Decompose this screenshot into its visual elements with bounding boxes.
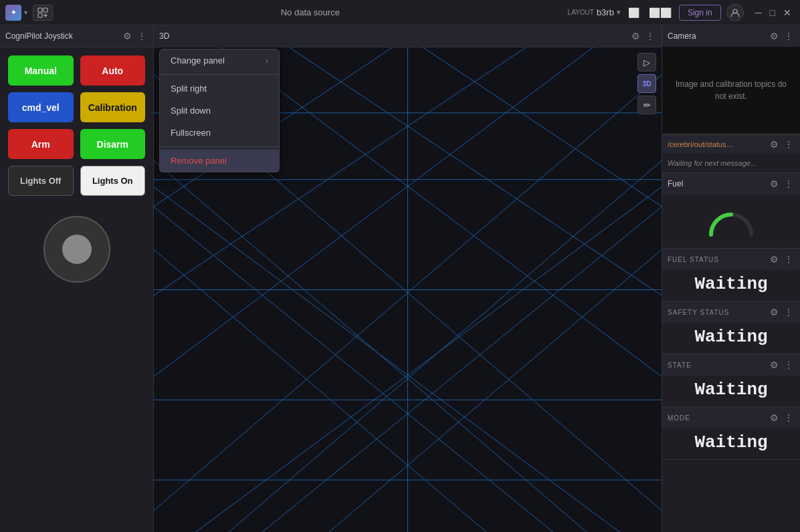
state-value: Waiting: [694, 380, 767, 400]
fuel-menu-button[interactable]: ⋮: [783, 177, 795, 190]
fuel-header: Fuel ⚙ ⋮: [662, 173, 800, 194]
fuel-settings-button[interactable]: ⚙: [769, 177, 780, 190]
camera-area: Image and calibration topics do not exis…: [662, 47, 800, 134]
fuel-section: Fuel ⚙ ⋮: [662, 173, 800, 249]
mode-value-area: Waiting: [662, 428, 800, 459]
fuel-status-value: Waiting: [694, 274, 767, 294]
cmd-calibration-row: cmd_vel Calibration: [8, 92, 145, 122]
no-data-source-label: No data source: [281, 7, 340, 17]
center-panel-header: 3D ⚙ ⋮: [154, 25, 662, 47]
calibration-button[interactable]: Calibration: [80, 92, 146, 122]
status-message-area: Waiting for next message...: [662, 154, 800, 172]
left-panel-settings-button[interactable]: ⚙: [122, 29, 133, 43]
fuel-status-settings-button[interactable]: ⚙: [769, 253, 780, 266]
right-panel: Camera ⚙ ⋮ Image and calibration topics …: [662, 25, 800, 532]
svg-line-12: [288, 47, 662, 380]
maximize-button[interactable]: □: [767, 6, 779, 19]
split-right-item[interactable]: Split right: [160, 78, 279, 100]
left-panel-content: Manual Auto cmd_vel Calibration Arm Disa…: [0, 47, 153, 304]
center-panel-settings-button[interactable]: ⚙: [630, 29, 641, 43]
close-button[interactable]: ✕: [780, 6, 795, 19]
safety-settings-button[interactable]: ⚙: [769, 305, 780, 319]
mode-menu-button[interactable]: ⋮: [783, 411, 795, 424]
status-topic-section: /cerebri/out/status.... ⚙ ⋮ Waiting for …: [662, 134, 800, 173]
fuel-status-label: Fuel Status: [668, 256, 766, 263]
user-icon-button[interactable]: [726, 4, 744, 21]
mode-settings-button[interactable]: ⚙: [769, 411, 780, 424]
state-label: STATE: [668, 362, 766, 369]
svg-line-23: [328, 80, 662, 532]
select-tool-button[interactable]: ▷: [637, 53, 656, 72]
status-topic-menu-button[interactable]: ⋮: [783, 138, 795, 151]
svg-line-11: [154, 180, 555, 532]
camera-menu-button[interactable]: ⋮: [783, 29, 795, 43]
fullscreen-item[interactable]: Fullscreen: [160, 122, 279, 144]
state-menu-button[interactable]: ⋮: [783, 358, 795, 372]
arm-button[interactable]: Arm: [8, 129, 74, 159]
joystick[interactable]: [43, 216, 110, 283]
camera-header: Camera ⚙ ⋮: [662, 25, 800, 47]
minimize-button[interactable]: ─: [752, 6, 765, 19]
layout-split-view-button[interactable]: ⬜⬜: [647, 5, 674, 20]
camera-title: Camera: [668, 31, 766, 41]
svg-line-18: [194, 113, 662, 532]
fuel-status-section: Fuel Status ⚙ ⋮ Waiting: [662, 249, 800, 301]
3d-view-button[interactable]: 3D: [637, 74, 656, 93]
auto-button[interactable]: Auto: [80, 55, 146, 86]
arm-disarm-row: Arm Disarm: [8, 129, 145, 159]
camera-settings-button[interactable]: ⚙: [769, 29, 780, 43]
remove-panel-item[interactable]: Remove panel: [160, 150, 279, 172]
svg-rect-1: [43, 8, 47, 12]
mode-label: MODE: [668, 414, 766, 422]
fuel-gauge-svg: [704, 205, 758, 238]
joystick-thumb: [62, 235, 92, 264]
split-down-item[interactable]: Split down: [160, 100, 279, 122]
left-panel-header: CogniPilot Joystick ⚙ ⋮: [0, 25, 153, 47]
svg-rect-0: [38, 8, 42, 12]
lights-row: Lights Off Lights On: [8, 166, 145, 196]
status-topic-settings-button[interactable]: ⚙: [769, 138, 780, 151]
fuel-status-menu-button[interactable]: ⋮: [783, 253, 795, 266]
mode-button-row: Manual Auto: [8, 55, 145, 86]
layout-section: LAYOUT b3rb ▾: [568, 7, 621, 17]
svg-line-19: [261, 180, 662, 532]
state-settings-button[interactable]: ⚙: [769, 358, 780, 372]
main-layout: CogniPilot Joystick ⚙ ⋮ Manual Auto cmd_…: [0, 25, 800, 532]
safety-menu-button[interactable]: ⋮: [783, 305, 795, 319]
safety-status-label: SAFETY STATUS: [668, 309, 766, 316]
fuel-title: Fuel: [668, 179, 766, 188]
mode-value: Waiting: [694, 432, 767, 452]
state-section: STATE ⚙ ⋮ Waiting: [662, 354, 800, 407]
disarm-button[interactable]: Disarm: [80, 129, 146, 159]
center-panel-title: 3D: [159, 31, 627, 41]
logo-icon: ✦: [5, 5, 21, 21]
sign-in-button[interactable]: Sign in: [679, 5, 721, 21]
layout-single-view-button[interactable]: ⬜: [626, 5, 641, 20]
center-panel-menu-button[interactable]: ⋮: [644, 29, 656, 43]
lights-off-button[interactable]: Lights Off: [8, 166, 74, 196]
logo: ✦ ▾: [5, 5, 27, 21]
layout-label: LAYOUT: [568, 9, 594, 16]
safety-status-header: SAFETY STATUS ⚙ ⋮: [662, 301, 800, 323]
manual-button[interactable]: Manual: [8, 55, 74, 86]
change-panel-item[interactable]: Change panel ›: [160, 49, 279, 72]
left-panel: CogniPilot Joystick ⚙ ⋮ Manual Auto cmd_…: [0, 25, 154, 532]
pencil-tool-button[interactable]: ✏: [637, 96, 656, 114]
cmd-vel-button[interactable]: cmd_vel: [8, 92, 74, 122]
top-bar: ✦ ▾ No data source LAYOUT b3rb ▾ ⬜ ⬜⬜ Si…: [0, 0, 800, 25]
lights-on-button[interactable]: Lights On: [80, 166, 146, 196]
fuel-status-header: Fuel Status ⚙ ⋮: [662, 249, 800, 270]
status-topic-name: /cerebri/out/status....: [668, 140, 766, 148]
center-panel: 3D ⚙ ⋮ Change panel › Split right Split …: [154, 25, 662, 532]
left-panel-menu-button[interactable]: ⋮: [136, 29, 148, 43]
menu-divider-1: [160, 74, 279, 75]
context-menu: Change panel › Split right Split down Fu…: [159, 49, 280, 172]
new-panel-button[interactable]: [33, 5, 53, 21]
camera-section: Camera ⚙ ⋮ Image and calibration topics …: [662, 25, 800, 134]
left-panel-title: CogniPilot Joystick: [5, 31, 119, 41]
state-header: STATE ⚙ ⋮: [662, 354, 800, 376]
mode-header: MODE ⚙ ⋮: [662, 407, 800, 428]
layout-caret[interactable]: ▾: [617, 8, 621, 17]
logo-caret[interactable]: ▾: [24, 9, 27, 16]
safety-status-value-area: Waiting: [662, 323, 800, 354]
